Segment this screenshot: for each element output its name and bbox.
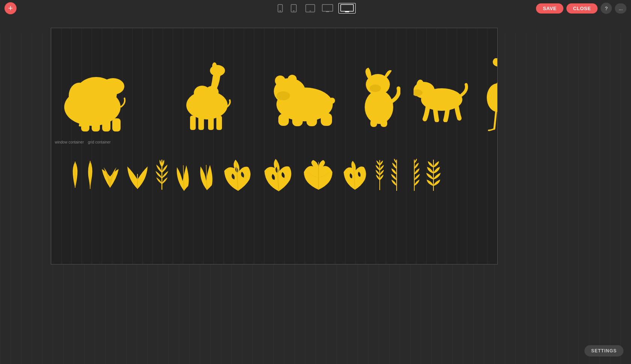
svg-rect-16 <box>102 119 110 131</box>
device-mobile-button[interactable] <box>289 3 300 14</box>
svg-rect-35 <box>321 113 332 126</box>
monstera-sm-icon <box>341 159 369 191</box>
svg-point-19 <box>210 65 225 76</box>
svg-point-26 <box>212 62 217 69</box>
flamingo-icon <box>483 58 498 133</box>
tablet-icon <box>305 4 315 12</box>
monstera1-icon <box>221 158 255 192</box>
desktop-icon <box>340 4 354 12</box>
svg-rect-9 <box>345 11 349 12</box>
settings-button[interactable]: SETTINGS <box>584 345 623 356</box>
more-button[interactable]: ... <box>615 3 626 14</box>
svg-point-36 <box>329 98 335 104</box>
feather2-icon <box>86 159 94 191</box>
svg-rect-15 <box>92 119 100 131</box>
svg-rect-5 <box>309 11 311 12</box>
plus-icon: + <box>8 3 13 13</box>
mobile-icon <box>290 4 299 12</box>
desktop-sm-icon <box>322 4 333 12</box>
ginkgo-icon <box>302 159 335 191</box>
svg-rect-6 <box>322 5 333 11</box>
svg-rect-22 <box>190 116 196 130</box>
bear-icon <box>269 65 338 127</box>
tropical-leaf1-icon <box>175 158 193 192</box>
toolbar-center <box>275 3 356 14</box>
svg-point-31 <box>276 91 290 100</box>
palm-leaf2-icon <box>126 159 149 191</box>
dog-walking-icon <box>414 69 468 122</box>
svg-rect-17 <box>112 118 121 131</box>
leaves-row <box>51 152 497 197</box>
svg-point-12 <box>102 78 124 95</box>
svg-rect-23 <box>198 116 204 130</box>
svg-rect-32 <box>278 114 289 126</box>
toolbar: + <box>0 0 631 17</box>
laurel2-icon <box>408 158 420 192</box>
svg-point-47 <box>493 58 498 66</box>
svg-rect-3 <box>293 11 294 11</box>
olive-branch-icon <box>426 158 441 192</box>
canvas-area: for(let i=0;i<60;i++){ document.write('<… <box>0 17 631 364</box>
svg-rect-24 <box>208 116 214 130</box>
svg-rect-34 <box>306 116 317 126</box>
svg-rect-1 <box>279 11 281 11</box>
mobile-sm-icon <box>277 4 284 12</box>
svg-point-37 <box>365 90 393 124</box>
svg-rect-41 <box>380 119 387 127</box>
svg-point-29 <box>275 76 285 86</box>
animals-row <box>51 51 497 141</box>
svg-point-21 <box>205 86 219 98</box>
tropical-leaf2-icon <box>199 158 216 191</box>
device-desktop-sm-button[interactable] <box>320 3 335 14</box>
svg-point-44 <box>417 80 424 91</box>
monstera2-icon <box>261 157 296 192</box>
svg-point-30 <box>288 75 297 84</box>
laurel1-icon <box>391 158 403 192</box>
canvas-frame: for(let i=0;i<45;i++){ document.write('<… <box>51 28 498 264</box>
toolbar-left: + <box>5 2 17 14</box>
device-tablet-button[interactable] <box>304 3 317 14</box>
svg-rect-40 <box>370 119 377 127</box>
svg-rect-7 <box>326 11 329 12</box>
add-button[interactable]: + <box>5 2 17 14</box>
svg-point-39 <box>370 85 381 92</box>
camel-icon <box>179 60 239 131</box>
svg-rect-33 <box>292 116 303 126</box>
svg-point-13 <box>69 83 90 109</box>
toolbar-right: SAVE CLOSE ? ... <box>536 3 626 14</box>
fern-leaf-icon <box>154 158 169 192</box>
close-button[interactable]: CLOSE <box>566 3 598 14</box>
feather1-icon <box>70 160 80 190</box>
svg-rect-8 <box>341 5 353 11</box>
device-desktop-button[interactable] <box>338 3 356 14</box>
svg-point-46 <box>487 83 498 112</box>
wheat-stalk-icon <box>374 158 385 191</box>
device-mobile-sm-button[interactable] <box>275 3 285 14</box>
svg-rect-14 <box>81 118 89 131</box>
svg-rect-25 <box>216 116 222 130</box>
palm-leaf1-icon <box>100 160 121 190</box>
save-button[interactable]: SAVE <box>536 3 563 14</box>
elephant-icon <box>59 58 134 133</box>
help-button[interactable]: ? <box>601 3 612 14</box>
dog-sitting-icon <box>357 64 400 128</box>
